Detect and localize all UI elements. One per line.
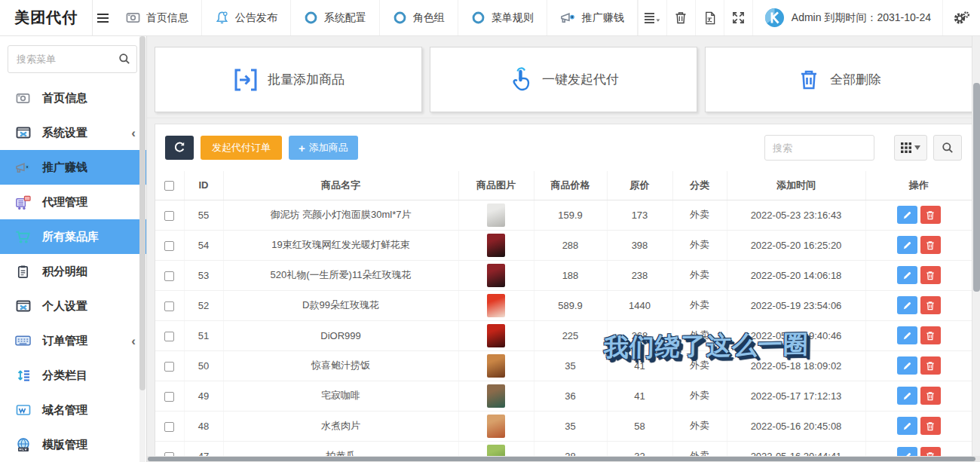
row-checkbox[interactable] (164, 241, 174, 251)
hamburger-menu-icon[interactable] (93, 0, 112, 35)
delete-button[interactable] (920, 387, 941, 405)
horizontal-scrollbar-thumb[interactable] (148, 457, 975, 461)
ring-icon (471, 11, 485, 25)
action-card-2[interactable]: 一键发起代付 (430, 47, 697, 112)
delete-button[interactable] (920, 417, 941, 435)
topnav-item-5[interactable]: 菜单规则 (458, 0, 547, 35)
create-pay-order-button[interactable]: 发起代付订单 (201, 136, 282, 160)
sidebar-item-5[interactable]: 所有菜品库 (0, 219, 146, 254)
vertical-scrollbar-thumb[interactable] (973, 83, 980, 292)
sidebar-item-7[interactable]: 个人设置 (0, 289, 146, 323)
action-card-3[interactable]: 全部删除 (705, 47, 972, 112)
product-table-panel: 发起代付订单 + 添加商品 ID商品名字商品图片商品价格原价分类添 (155, 124, 972, 462)
docs-button[interactable] (695, 0, 724, 35)
original-price: 398 (607, 230, 672, 260)
edit-button[interactable] (897, 236, 917, 254)
sidebar-item-label: 个人设置 (42, 299, 87, 314)
table-search-button[interactable] (933, 135, 962, 161)
product-image[interactable] (487, 264, 505, 287)
topnav-item-3[interactable]: 系统配置 (291, 0, 380, 35)
row-checkbox[interactable] (164, 301, 174, 311)
delete-button[interactable] (920, 236, 941, 254)
sidebar-item-1[interactable]: 首页信息 (0, 81, 146, 115)
topnav-item-6[interactable]: 推广赚钱 (547, 0, 638, 35)
sidebar-item-2[interactable]: 系统设置‹ (0, 115, 146, 150)
product-image[interactable] (487, 203, 505, 227)
topnav-item-label: 系统配置 (324, 11, 366, 25)
table-search-input[interactable] (764, 135, 874, 161)
app-logo: 美团代付 (0, 0, 93, 35)
select-all-checkbox[interactable] (164, 181, 174, 191)
row-checkbox[interactable] (164, 422, 174, 432)
product-image[interactable] (487, 415, 505, 438)
top-bar: 美团代付 首页信息公告发布系统配置角色组菜单规则推广赚钱 Admin 到期时间：… (0, 0, 980, 36)
action-card-1[interactable]: 批量添加商品 (155, 47, 422, 112)
row-checkbox[interactable] (164, 271, 174, 281)
add-product-button[interactable]: + 添加商品 (289, 136, 358, 160)
product-price: 35 (534, 350, 607, 381)
edit-button[interactable] (897, 326, 917, 344)
clear-cache-button[interactable] (666, 0, 695, 35)
edit-button[interactable] (897, 266, 917, 284)
category: 外卖 (672, 411, 727, 441)
product-price: 36 (534, 381, 607, 411)
edit-button[interactable] (897, 296, 917, 314)
list-dropdown-button[interactable] (638, 0, 666, 35)
sidebar-item-3[interactable]: 推广赚钱 (0, 150, 146, 185)
edit-button[interactable] (897, 356, 917, 375)
caret-down-icon (914, 145, 920, 150)
product-image[interactable] (487, 294, 505, 317)
product-name: 水煮肉片 (223, 411, 458, 441)
product-image[interactable] (487, 384, 505, 408)
row-checkbox[interactable] (164, 362, 174, 372)
sidebar-item-label: 系统设置 (42, 126, 87, 140)
delete-button[interactable] (920, 296, 941, 314)
sidebar-item-8[interactable]: 订单管理‹ (0, 323, 146, 358)
sidebar-item-10[interactable]: 域名管理 (0, 393, 146, 427)
row-checkbox[interactable] (164, 211, 174, 221)
table-row: 49宅寂咖啡3641外卖2022-05-17 17:12:13 (155, 381, 972, 411)
delete-button[interactable] (920, 266, 941, 284)
category: 外卖 (672, 381, 727, 411)
sidebar-item-4[interactable]: 代理管理 (0, 185, 146, 219)
sidebar-item-label: 首页信息 (42, 91, 87, 106)
topnav-item-label: 首页信息 (146, 11, 188, 25)
sidebar-item-9[interactable]: 分类栏目 (0, 358, 146, 393)
sidebar-scrollbar[interactable] (139, 36, 145, 462)
delete-button[interactable] (920, 356, 941, 375)
created-time: 2022-05-20 16:25:20 (727, 230, 865, 260)
sidebar-item-label: 分类栏目 (42, 369, 87, 383)
category: 外卖 (672, 200, 727, 230)
settings-button[interactable] (942, 0, 980, 35)
sidebar-scrollbar-thumb[interactable] (139, 36, 145, 390)
columns-toggle-button[interactable] (894, 135, 927, 161)
edit-button[interactable] (897, 387, 917, 405)
topnav-item-4[interactable]: 角色组 (380, 0, 458, 35)
divider (147, 118, 980, 118)
row-checkbox[interactable] (164, 392, 174, 402)
vertical-scrollbar[interactable] (972, 36, 980, 462)
fullscreen-button[interactable] (724, 0, 752, 35)
admin-account[interactable]: Admin 到期时间：2031-10-24 (752, 0, 942, 35)
row-checkbox[interactable] (164, 332, 174, 341)
horizontal-scrollbar[interactable] (147, 456, 980, 462)
product-image[interactable] (487, 354, 505, 378)
window-icon (15, 125, 31, 141)
product-image[interactable] (487, 234, 505, 257)
table-row: 53520礼物(一生所爱)11朵红玫瑰花188238外卖2022-05-20 1… (155, 260, 972, 290)
edit-button[interactable] (897, 206, 917, 224)
action-card-label: 全部删除 (830, 71, 881, 88)
column-header: 添加时间 (727, 171, 865, 200)
delete-button[interactable] (920, 326, 941, 344)
product-price: 288 (534, 230, 607, 260)
topnav-item-2[interactable]: 公告发布 (202, 0, 291, 35)
delete-button[interactable] (920, 206, 941, 224)
category: 外卖 (672, 320, 727, 350)
refresh-button[interactable] (165, 136, 194, 160)
product-image[interactable] (487, 324, 505, 347)
topnav-item-1[interactable]: 首页信息 (113, 0, 202, 35)
table-row: 48水煮肉片3558外卖2022-05-16 20:45:08 (155, 411, 972, 441)
edit-button[interactable] (897, 417, 917, 435)
sidebar-item-6[interactable]: 积分明细 (0, 254, 146, 289)
sidebar-item-11[interactable]: 模版管理 (0, 427, 146, 462)
